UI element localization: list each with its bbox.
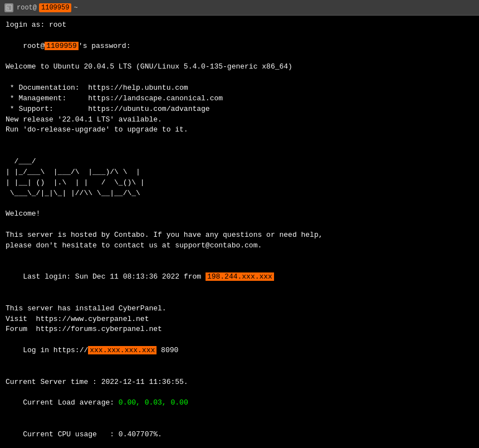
cyberpanel-visit: Visit https://www.cyberpanel.net (6, 314, 473, 325)
hosted-msg2: please don't hesitate to contact us at s… (6, 241, 473, 251)
blank-line-4 (6, 198, 473, 209)
title-username: root@ (17, 4, 37, 12)
password-suffix: 's password: (79, 42, 131, 50)
welcome-msg: Welcome! (6, 209, 473, 220)
title-tilde: ~ (74, 4, 77, 12)
last-login-prefix: Last login: Sun Dec 11 08:13:36 2022 fro… (23, 272, 206, 281)
last-login-line: Last login: Sun Dec 11 08:13:36 2022 fro… (6, 261, 473, 293)
ascii-art-block: /___/ | |_/___\ |___/\ |___)/\ \ | | |__… (6, 157, 473, 198)
password-line: root@1109959's password: (6, 31, 473, 62)
cpu-value: 0.407707%. (119, 430, 162, 439)
terminal-icon: $ (4, 3, 13, 12)
cyberpanel-login-suffix: 8090 (157, 346, 178, 354)
cpu-line: Current CPU usage : 0.407707%. (6, 419, 473, 448)
cyberpanel-login-ip: xxx.xxx.xxx.xxx (88, 346, 157, 354)
login-line: login as: root (6, 20, 473, 31)
title-hostname: 1109959 (39, 3, 71, 12)
cyberpanel-line1: This server has installed CyberPanel. (6, 304, 473, 314)
terminal-window[interactable]: login as: root root@1109959's password: … (0, 16, 479, 448)
ascii-line-3: | |__| () |.\ | | / \_()\ | (6, 178, 473, 188)
password-hostname: 1109959 (45, 42, 79, 50)
load-avg-value: 0.00, 0.03, 0.00 (119, 398, 188, 407)
cpu-prefix: Current CPU usage : (23, 430, 119, 439)
release-line2: Run 'do-release-upgrade' to upgrade to i… (6, 125, 473, 135)
blank-line-6 (6, 251, 473, 262)
load-avg-line: Current Load average: 0.00, 0.03, 0.00 (6, 388, 473, 420)
support-line: * Support: https://ubuntu.com/advantage (6, 104, 473, 115)
title-bar-text: root@1109959~ (17, 3, 78, 12)
hosted-msg1: This server is hosted by Contabo. If you… (6, 230, 473, 241)
load-avg-prefix: Current Load average: (23, 398, 119, 407)
blank-line-1 (6, 72, 473, 83)
blank-line-5 (6, 220, 473, 230)
last-login-ip: 198.244.xxx.xxx (206, 272, 274, 281)
cyberpanel-login-prefix: Log in https:// (23, 346, 88, 354)
cyberpanel-forum: Forum https://forums.cyberpanel.net (6, 324, 473, 335)
blank-line-2 (6, 135, 473, 146)
welcome-ubuntu-line: Welcome to Ubuntu 20.04.5 LTS (GNU/Linux… (6, 62, 473, 72)
blank-line-3 (6, 146, 473, 157)
svg-text:$: $ (7, 6, 9, 11)
cyberpanel-login-line: Log in https://xxx.xxx.xxx.xxx 8090 (6, 335, 473, 367)
ascii-line-1: /___/ (6, 157, 473, 167)
blank-line-8 (6, 367, 473, 377)
ascii-line-4: \___\_/|_|\_| |//\\ \__|__/\_\ (6, 188, 473, 199)
mgmt-line: * Management: https://landscape.canonica… (6, 94, 473, 104)
server-time-line: Current Server time : 2022-12-11 11:36:5… (6, 377, 473, 388)
doc-line: * Documentation: https://help.ubuntu.com (6, 83, 473, 94)
ascii-line-2: | |_/___\ |___/\ |___)/\ \ | (6, 167, 473, 178)
title-bar: $ root@1109959~ (0, 0, 479, 16)
blank-line-7 (6, 293, 473, 304)
release-line1: New release '22.04.1 LTS' available. (6, 115, 473, 125)
password-prefix: root@ (23, 42, 45, 50)
